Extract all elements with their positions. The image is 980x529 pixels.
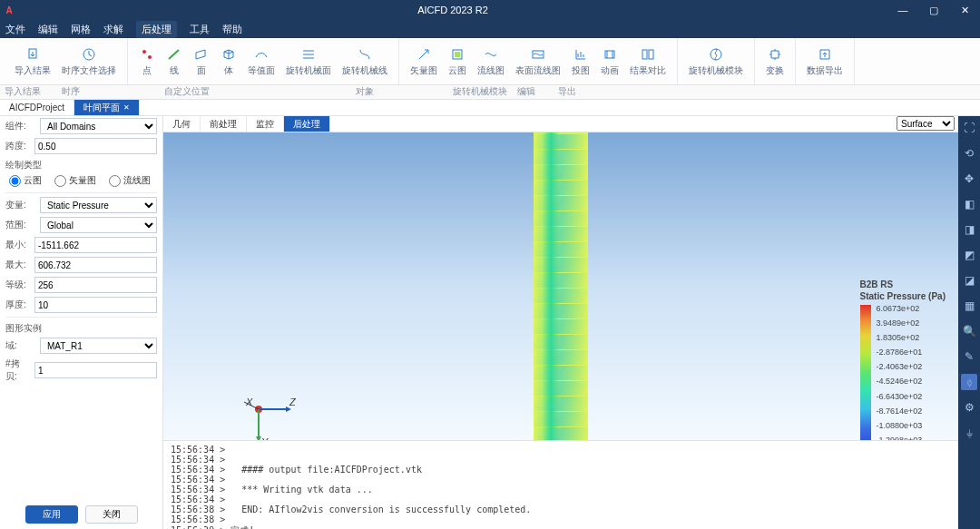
point-icon (139, 46, 155, 63)
clock-icon (81, 46, 97, 63)
tool-align-icon[interactable]: ◧ (961, 196, 977, 212)
tool-zoom-icon[interactable]: 🔍 (961, 323, 977, 339)
ribbon-turbo-module[interactable]: 旋转机械模块 (683, 38, 749, 84)
ribbon-turbo-line[interactable]: 旋转机械线 (337, 38, 393, 84)
variable-label: 变量: (5, 199, 36, 211)
tool-fit-icon[interactable]: ⛶ (961, 120, 977, 136)
stream-icon (483, 46, 499, 63)
radio-vector[interactable]: 矢量图 (54, 174, 96, 187)
tool-measure-icon[interactable]: ✎ (961, 348, 977, 365)
radio-cloud[interactable]: 云图 (9, 174, 42, 187)
menu-help[interactable]: 帮助 (222, 23, 242, 36)
tool-pan-icon[interactable]: ✥ (961, 171, 977, 187)
ribbon-timeseries[interactable]: 时序文件选择 (56, 38, 122, 84)
levels-input[interactable] (34, 277, 157, 293)
ribbon-contour[interactable]: 云图 (443, 38, 472, 84)
ribbon-line[interactable]: 线 (161, 38, 188, 84)
ribbon-streamline[interactable]: 流线图 (472, 38, 510, 84)
thickness-label: 厚度: (5, 299, 31, 311)
fan-icon (708, 46, 724, 63)
domain-select[interactable]: MAT_R1 (40, 338, 157, 354)
max-input[interactable] (34, 257, 157, 273)
axis-z-label: Z (289, 397, 296, 407)
vector-icon (416, 46, 432, 63)
color-legend: B2B RS Static Pressure (Pa) 6.0673e+023.… (860, 279, 946, 440)
ribbon-plot[interactable]: 投图 (566, 38, 595, 84)
tab-geometry[interactable]: 几何 (163, 116, 201, 132)
domain-label: 域: (5, 339, 36, 352)
menu-post[interactable]: 后处理 (136, 21, 177, 38)
tool-iso-icon[interactable]: ◪ (961, 272, 977, 289)
ribbon-plane[interactable]: 面 (188, 38, 215, 84)
ribbon-volume[interactable]: 体 (215, 38, 242, 84)
range-select[interactable]: Global (40, 217, 157, 233)
range-label: 范围: (5, 219, 36, 231)
span-label: 跨度: (5, 140, 31, 152)
tool-settings-icon[interactable]: ⚙ (961, 399, 977, 416)
ribbon-transform[interactable]: 变换 (760, 38, 789, 84)
max-label: 最大: (5, 259, 31, 271)
menu-file[interactable]: 文件 (5, 23, 25, 36)
component-label: 组件: (5, 120, 36, 132)
tab-close-icon[interactable]: ✕ (123, 103, 130, 112)
ribbon-compare[interactable]: 结果对比 (624, 38, 671, 84)
min-input[interactable] (34, 237, 157, 253)
close-button[interactable]: 关闭 (85, 505, 138, 524)
menu-tools[interactable]: 工具 (190, 23, 210, 36)
properties-panel: 组件: All Domains 跨度: 绘制类型 云图 矢量图 流线图 变量: … (0, 116, 163, 529)
tool-probe-icon[interactable]: ⎀ (961, 374, 977, 390)
ribbon-turbo-surface[interactable]: 旋转机械面 (280, 38, 337, 84)
tab-blade-plane[interactable]: 叶间平面✕ (74, 100, 140, 115)
ribbon-isosurface[interactable]: 等值面 (242, 38, 280, 84)
plane-icon (193, 46, 210, 63)
ribbon-vector[interactable]: 矢量图 (405, 38, 443, 84)
component-select[interactable]: All Domains (40, 118, 157, 134)
ribbon-animation[interactable]: 动画 (595, 38, 624, 84)
surface-select[interactable]: Surface (897, 116, 955, 131)
close-window-button[interactable]: ✕ (949, 0, 980, 20)
ribbon-import-results[interactable]: 导入结果 (9, 38, 56, 84)
ribbon-toolbar: 导入结果 时序文件选择 点 线 面 体 等值面 旋转机械面 旋转机械线 矢量图 … (0, 38, 980, 85)
compare-icon (640, 46, 656, 63)
tool-xy-icon[interactable]: ◨ (961, 221, 977, 238)
right-toolbar: ⛶ ⟲ ✥ ◧ ◨ ◩ ◪ ▦ 🔍 ✎ ⎀ ⚙ ⏚ (958, 116, 980, 529)
axis-x-label: X (246, 397, 252, 407)
output-console[interactable]: 15:56:34 > 15:56:34 > 15:56:34 > #### ou… (163, 440, 958, 529)
radio-streamline[interactable]: 流线图 (109, 174, 151, 187)
ribbon-export[interactable]: 数据导出 (801, 38, 848, 84)
thickness-input[interactable] (34, 297, 157, 313)
simulation-result-strip (534, 132, 588, 440)
tool-screenshot-icon[interactable]: ⏚ (961, 425, 977, 441)
levels-label: 等级: (5, 279, 31, 291)
tool-yz-icon[interactable]: ◩ (961, 247, 977, 263)
project-tabs: AICFDProject 叶间平面✕ (0, 100, 980, 116)
tab-monitor[interactable]: 监控 (247, 116, 284, 132)
apply-button[interactable]: 应用 (25, 505, 78, 524)
import-icon (24, 46, 41, 63)
draw-type-label: 绘制类型 (0, 156, 162, 172)
minimize-button[interactable]: — (887, 0, 918, 20)
svg-point-3 (148, 55, 152, 59)
surf-stream-icon (530, 46, 546, 63)
ribbon-surface-stream[interactable]: 表面流线图 (510, 38, 566, 84)
export-icon (817, 46, 833, 63)
contour-icon (449, 46, 466, 63)
menu-mesh[interactable]: 网格 (71, 23, 91, 36)
tool-rotate-icon[interactable]: ⟲ (961, 145, 977, 162)
tool-wireframe-icon[interactable]: ▦ (961, 298, 977, 314)
menu-solve[interactable]: 求解 (103, 23, 123, 36)
viewport-3d[interactable]: Z X Y B2B RS Static Pressure (Pa) 6.0673… (163, 132, 958, 440)
tab-aicfdproject[interactable]: AICFDProject (0, 100, 74, 115)
menu-bar: 文件 编辑 网格 求解 后处理 工具 帮助 (0, 20, 980, 38)
maximize-button[interactable]: ▢ (918, 0, 949, 20)
tab-postprocess[interactable]: 后处理 (284, 116, 330, 132)
span-input[interactable] (34, 138, 157, 154)
svg-rect-9 (649, 50, 653, 59)
legend-title-1: B2B RS (860, 279, 946, 289)
svg-rect-8 (642, 50, 647, 59)
variable-select[interactable]: Static Pressure (40, 197, 157, 213)
copies-input[interactable] (34, 362, 157, 378)
ribbon-point[interactable]: 点 (133, 38, 161, 84)
menu-edit[interactable]: 编辑 (38, 23, 58, 36)
tab-preprocess[interactable]: 前处理 (201, 116, 247, 132)
